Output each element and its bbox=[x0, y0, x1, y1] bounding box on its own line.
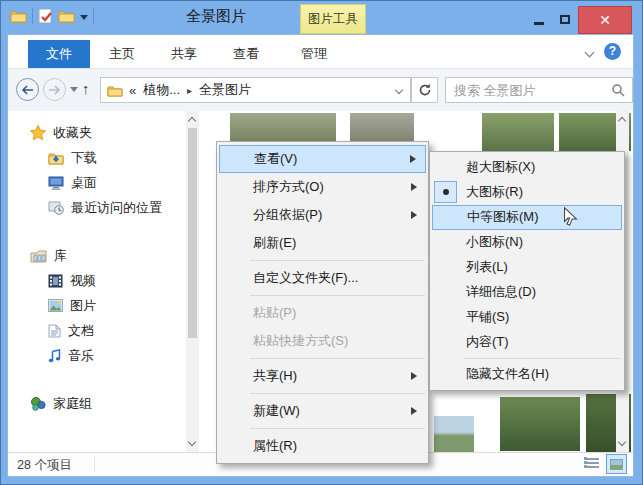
menu-item-label: 平铺(S) bbox=[466, 309, 509, 324]
sidebar-item-desktop[interactable]: 桌面 bbox=[8, 170, 186, 195]
details-view-button[interactable] bbox=[584, 458, 599, 471]
sidebar-item-label: 文档 bbox=[68, 322, 94, 340]
sidebar-item-label: 家庭组 bbox=[53, 395, 92, 413]
menu-item-label: 共享(H) bbox=[253, 368, 297, 383]
menu-item-label: 排序方式(O) bbox=[253, 179, 324, 194]
minimize-ribbon-icon[interactable] bbox=[586, 49, 593, 56]
menu-item-list[interactable]: 列表(L) bbox=[432, 255, 622, 280]
menu-item-properties[interactable]: 属性(R) bbox=[219, 432, 426, 460]
forward-arrow-icon bbox=[49, 86, 59, 94]
menu-item-customize-folder[interactable]: 自定义文件夹(F)... bbox=[219, 264, 426, 292]
tab-file[interactable]: 文件 bbox=[28, 40, 90, 68]
sidebar-item-libraries[interactable]: 库 bbox=[8, 243, 186, 268]
tab-share[interactable]: 共享 bbox=[158, 40, 210, 68]
items-count: 28 个项目 bbox=[17, 457, 72, 474]
mouse-cursor-icon bbox=[562, 207, 582, 231]
history-dropdown-icon[interactable] bbox=[70, 87, 78, 92]
address-dropdown-icon[interactable] bbox=[396, 87, 402, 93]
maximize-button[interactable] bbox=[552, 6, 578, 34]
menu-item-refresh[interactable]: 刷新(E) bbox=[219, 229, 426, 257]
sidebar-item-videos[interactable]: 视频 bbox=[8, 268, 186, 293]
back-button[interactable] bbox=[16, 78, 39, 101]
libraries-icon bbox=[30, 249, 47, 263]
search-input[interactable] bbox=[454, 79, 604, 101]
qat-dropdown-icon[interactable] bbox=[80, 15, 88, 20]
sidebar-scrollbar[interactable] bbox=[186, 111, 199, 452]
menu-item-new[interactable]: 新建(W) bbox=[219, 397, 426, 425]
photo-thumbnail[interactable] bbox=[434, 416, 474, 452]
window-title: 全景图片 bbox=[186, 7, 246, 26]
breadcrumb-parent[interactable]: 植物... bbox=[143, 81, 180, 99]
menu-item-sort-by[interactable]: 排序方式(O) bbox=[219, 173, 426, 201]
photo-thumbnail[interactable] bbox=[500, 397, 580, 451]
properties-doc-icon[interactable] bbox=[38, 8, 53, 24]
minimize-icon bbox=[534, 22, 544, 25]
sidebar-item-label: 最近访问的位置 bbox=[71, 199, 162, 217]
desktop-icon bbox=[48, 176, 64, 190]
homegroup-icon bbox=[30, 396, 46, 411]
menu-item-label: 粘贴(P) bbox=[253, 305, 296, 320]
breadcrumb-separator-icon[interactable]: ▸ bbox=[187, 85, 192, 96]
scrollbar-thumb[interactable] bbox=[188, 128, 197, 338]
sidebar-item-label: 视频 bbox=[70, 272, 96, 290]
menu-item-medium-icons[interactable]: 中等图标(M) bbox=[432, 205, 622, 230]
forward-button[interactable] bbox=[43, 78, 66, 101]
menu-separator bbox=[250, 428, 425, 429]
tab-manage[interactable]: 管理 bbox=[288, 40, 340, 68]
menu-separator bbox=[250, 358, 425, 359]
address-box[interactable]: « 植物... ▸ 全景图片 bbox=[100, 77, 411, 103]
photo-thumbnail[interactable] bbox=[350, 113, 414, 143]
sidebar-item-favorites[interactable]: 收藏夹 bbox=[8, 120, 186, 145]
sidebar-item-homegroup[interactable]: 家庭组 bbox=[8, 391, 186, 416]
menu-item-share[interactable]: 共享(H) bbox=[219, 362, 426, 390]
folder-icon bbox=[107, 84, 123, 97]
scroll-up-icon[interactable] bbox=[618, 117, 626, 125]
menu-item-paste: 粘贴(P) bbox=[219, 299, 426, 327]
menu-item-small-icons[interactable]: 小图标(N) bbox=[432, 230, 622, 255]
tab-home[interactable]: 主页 bbox=[96, 40, 148, 68]
sidebar-item-documents[interactable]: 文档 bbox=[8, 318, 186, 343]
menu-item-label: 详细信息(D) bbox=[466, 284, 536, 299]
submenu-arrow-icon bbox=[411, 372, 417, 380]
up-button[interactable]: ↑ bbox=[82, 80, 90, 97]
menu-item-tiles[interactable]: 平铺(S) bbox=[432, 305, 622, 330]
breadcrumb-current[interactable]: 全景图片 bbox=[199, 81, 251, 99]
thumbnail-view-button[interactable] bbox=[606, 454, 627, 474]
new-folder-icon[interactable] bbox=[58, 9, 75, 23]
menu-item-group-by[interactable]: 分组依据(P) bbox=[219, 201, 426, 229]
menu-item-label: 粘贴快捷方式(S) bbox=[253, 333, 348, 348]
menu-item-hide-file-names[interactable]: 隐藏文件名(H) bbox=[432, 362, 622, 387]
refresh-button[interactable] bbox=[411, 77, 438, 103]
quick-access-toolbar bbox=[10, 8, 94, 24]
menu-item-label: 刷新(E) bbox=[253, 235, 296, 250]
menu-separator bbox=[250, 260, 425, 261]
scroll-down-icon[interactable] bbox=[618, 438, 626, 446]
menu-item-paste-shortcut: 粘贴快捷方式(S) bbox=[219, 327, 426, 355]
picture-tools-tab[interactable]: 图片工具 bbox=[300, 4, 366, 34]
sidebar-item-music[interactable]: 音乐 bbox=[8, 343, 186, 368]
sidebar-item-pictures[interactable]: 图片 bbox=[8, 293, 186, 318]
photo-thumbnail[interactable] bbox=[482, 113, 554, 151]
photo-thumbnail[interactable] bbox=[230, 113, 336, 143]
submenu-arrow-icon bbox=[411, 407, 417, 415]
title-bar[interactable]: 全景图片 图片工具 ✕ bbox=[1, 1, 642, 34]
menu-separator bbox=[250, 295, 425, 296]
explorer-window: 全景图片 图片工具 ✕ 文件 主页 共享 查看 管理 ? ↑ « bbox=[0, 0, 643, 485]
view-submenu: 超大图标(X) 大图标(R) 中等图标(M) 小图标(N) 列表(L) 详细信息… bbox=[429, 151, 625, 391]
sidebar-item-downloads[interactable]: 下载 bbox=[8, 145, 186, 170]
minimize-button[interactable] bbox=[526, 6, 552, 34]
search-box[interactable] bbox=[445, 77, 633, 103]
menu-item-content[interactable]: 内容(T) bbox=[432, 330, 622, 355]
tab-view[interactable]: 查看 bbox=[220, 40, 272, 68]
sidebar-item-recent-places[interactable]: 最近访问的位置 bbox=[8, 195, 186, 220]
close-button[interactable]: ✕ bbox=[578, 6, 632, 34]
menu-item-details[interactable]: 详细信息(D) bbox=[432, 280, 622, 305]
search-icon[interactable] bbox=[612, 84, 625, 97]
scroll-down-icon[interactable] bbox=[188, 438, 196, 446]
scroll-up-icon[interactable] bbox=[188, 117, 196, 125]
menu-item-view[interactable]: 查看(V) bbox=[219, 145, 426, 173]
menu-item-extra-large-icons[interactable]: 超大图标(X) bbox=[432, 155, 622, 180]
menu-item-large-icons[interactable]: 大图标(R) bbox=[432, 180, 622, 205]
help-icon[interactable]: ? bbox=[604, 43, 621, 60]
sidebar-item-label: 音乐 bbox=[68, 347, 94, 365]
